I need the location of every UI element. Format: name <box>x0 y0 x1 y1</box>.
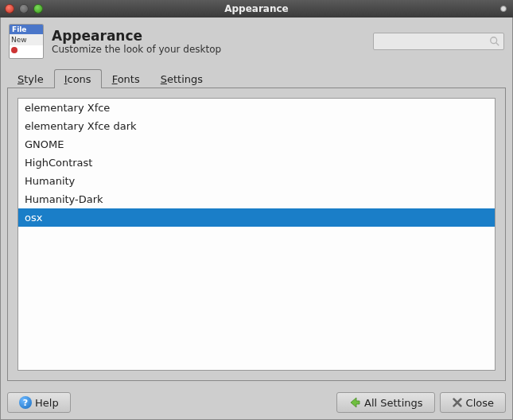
search-icon <box>489 36 500 47</box>
icon-label-top: File <box>10 25 43 34</box>
all-settings-button[interactable]: All Settings <box>336 392 435 413</box>
list-item[interactable]: osx <box>18 208 495 227</box>
all-settings-label: All Settings <box>364 397 423 409</box>
tab-style[interactable]: Style <box>7 69 54 88</box>
list-item[interactable]: Humanity <box>18 172 495 190</box>
list-item[interactable]: HighContrast <box>18 154 495 172</box>
header-text: Appearance Customize the look of your de… <box>52 28 221 55</box>
minimize-window-button[interactable] <box>19 4 29 14</box>
list-item[interactable]: GNOME <box>18 135 495 154</box>
tab-fonts[interactable]: Fonts <box>102 69 150 88</box>
svg-line-1 <box>496 43 499 46</box>
svg-point-0 <box>491 37 497 44</box>
window-controls <box>5 4 43 14</box>
help-icon: ? <box>19 396 32 409</box>
icon-theme-list[interactable]: elementary Xfceelementary Xfce darkGNOME… <box>17 98 496 371</box>
help-label: Help <box>35 397 59 409</box>
footer: ? Help All Settings Close <box>1 387 512 419</box>
back-arrow-icon <box>348 396 361 409</box>
tab-content: elementary Xfceelementary Xfce darkGNOME… <box>7 88 506 381</box>
window-menu-button[interactable] <box>500 6 507 12</box>
window-body: File New Appearance Customize the look o… <box>0 18 513 420</box>
window-title: Appearance <box>224 3 289 14</box>
close-label: Close <box>466 397 494 409</box>
icon-label-mid: New <box>10 34 43 45</box>
header: File New Appearance Customize the look o… <box>1 18 512 65</box>
page-title: Appearance <box>52 28 221 44</box>
close-window-button[interactable] <box>5 4 14 14</box>
appearance-icon: File New <box>9 24 44 59</box>
icon-dot <box>11 47 17 53</box>
titlebar: Appearance <box>0 0 513 18</box>
search-input[interactable] <box>373 33 504 50</box>
list-item[interactable]: Humanity-Dark <box>18 190 495 208</box>
page-subtitle: Customize the look of your desktop <box>52 44 221 55</box>
list-item[interactable]: elementary Xfce dark <box>18 117 495 135</box>
close-icon <box>452 397 463 408</box>
tab-bar: StyleIconsFontsSettings <box>1 68 512 88</box>
tab-settings[interactable]: Settings <box>150 69 213 88</box>
spacer <box>76 392 332 413</box>
maximize-window-button[interactable] <box>33 4 43 14</box>
tab-icons[interactable]: Icons <box>54 69 102 88</box>
help-button[interactable]: ? Help <box>7 392 71 413</box>
list-item[interactable]: elementary Xfce <box>18 99 495 117</box>
close-button[interactable]: Close <box>440 392 506 413</box>
